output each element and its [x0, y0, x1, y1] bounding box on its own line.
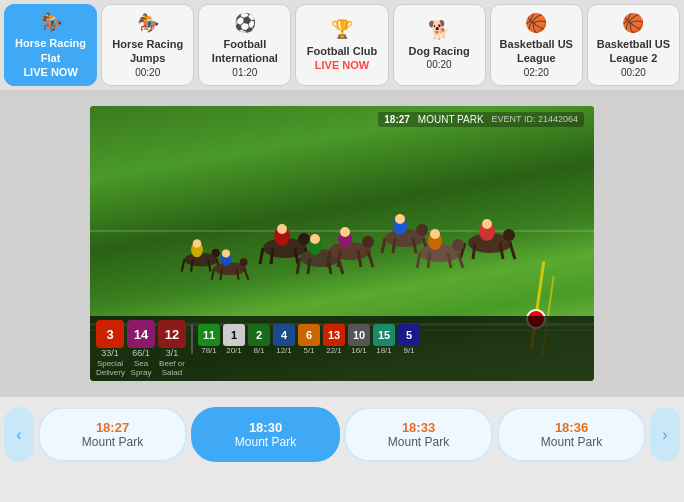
- nav-label-horse-flat: Horse Racing Flat: [13, 36, 88, 65]
- runner-11-odds: 78/1: [198, 346, 220, 355]
- horse-flat-icon: 🏇: [40, 11, 62, 34]
- svg-point-49: [211, 249, 220, 258]
- timeslot-3[interactable]: 18:36 Mount Park: [497, 407, 646, 462]
- runner-2-num: 2: [248, 324, 270, 346]
- nav-item-football-club[interactable]: 🏆 Football Club LIVE NOW: [295, 4, 388, 86]
- timeslot-0[interactable]: 18:27 Mount Park: [38, 407, 187, 462]
- runner-2-odds: 8/1: [248, 346, 270, 355]
- nav-live-horse-flat: LIVE NOW: [23, 65, 77, 79]
- scoreboard: 3 33/1 14 66/1 12 3/1 11 78/1: [90, 316, 594, 381]
- svg-point-9: [416, 224, 428, 236]
- video-venue: MOUNT PARK: [418, 114, 484, 125]
- runner-4-group: 4 12/1: [273, 324, 295, 355]
- svg-line-26: [260, 248, 263, 264]
- svg-line-10: [382, 238, 385, 253]
- runner-2-group: 2 8/1: [248, 324, 270, 355]
- nav-time-football-intl: 01:20: [232, 66, 257, 79]
- svg-line-5: [510, 243, 515, 259]
- nav-label-football-club: Football Club: [307, 44, 377, 58]
- runner-5-group: 5 9/1: [398, 324, 420, 355]
- video-time: 18:27: [384, 114, 410, 125]
- horses-svg: [110, 161, 570, 331]
- runner-13-num: 13: [323, 324, 345, 346]
- timeslot-0-venue: Mount Park: [82, 435, 143, 449]
- dog-racing-icon: 🐕: [428, 19, 450, 42]
- video-hud-top: 18:27 MOUNT PARK EVENT ID: 21442064: [378, 112, 584, 127]
- runner-1-num: 1: [223, 324, 245, 346]
- svg-line-19: [428, 253, 430, 268]
- runner-6-odds: 5/1: [298, 346, 320, 355]
- timeslot-0-time: 18:27: [96, 420, 129, 435]
- basketball-us-icon: 🏀: [525, 12, 547, 35]
- horse-14-group: 14 66/1: [127, 320, 155, 358]
- timeslot-3-venue: Mount Park: [541, 435, 602, 449]
- football-club-icon: 🏆: [331, 18, 353, 41]
- timeslot-2-venue: Mount Park: [388, 435, 449, 449]
- nav-label-dog-racing: Dog Racing: [409, 44, 470, 58]
- svg-point-23: [430, 229, 440, 239]
- runner-1-group: 1 20/1: [223, 324, 245, 355]
- svg-line-43: [338, 251, 340, 267]
- top-navigation: 🏇 Horse Racing Flat LIVE NOW 🏇 Horse Rac…: [0, 0, 684, 90]
- nav-live-football-club: LIVE NOW: [315, 58, 369, 72]
- svg-point-17: [452, 239, 464, 251]
- left-arrow-icon: ‹: [16, 426, 21, 444]
- score-numbers-row: 3 33/1 14 66/1 12 3/1 11 78/1: [96, 320, 588, 358]
- nav-label-basketball-us: Basketball US League: [499, 37, 574, 66]
- runner-15-odds: 18/1: [373, 346, 395, 355]
- svg-line-11: [393, 238, 395, 253]
- nav-item-dog-racing[interactable]: 🐕 Dog Racing 00:20: [393, 4, 486, 86]
- timeslot-2[interactable]: 18:33 Mount Park: [344, 407, 493, 462]
- horse-12-num: 12: [158, 320, 186, 348]
- nav-label-basketball-us2: Basketball US League 2: [596, 37, 671, 66]
- timeslot-1-venue: Mount Park: [235, 435, 296, 449]
- svg-point-25: [298, 233, 310, 245]
- svg-line-58: [212, 269, 214, 280]
- svg-line-27: [271, 248, 273, 264]
- svg-point-39: [310, 234, 320, 244]
- nav-label-horse-jumps: Horse Racing Jumps: [110, 37, 185, 66]
- nav-time-horse-jumps: 00:20: [135, 66, 160, 79]
- nav-item-horse-flat[interactable]: 🏇 Horse Racing Flat LIVE NOW: [4, 4, 97, 86]
- svg-point-55: [193, 240, 202, 249]
- runner-13-odds: 22/1: [323, 346, 345, 355]
- horse-12-odds: 3/1: [158, 348, 186, 358]
- horse-14-odds: 66/1: [127, 348, 155, 358]
- svg-line-50: [182, 260, 185, 272]
- runner-4-num: 4: [273, 324, 295, 346]
- svg-line-45: [368, 251, 373, 267]
- nav-item-football-intl[interactable]: ⚽ Football International 01:20: [198, 4, 291, 86]
- runner-1-odds: 20/1: [223, 346, 245, 355]
- runner-6-num: 6: [298, 324, 320, 346]
- svg-point-47: [340, 227, 350, 237]
- runner-10-odds: 16/1: [348, 346, 370, 355]
- runner-13-group: 13 22/1: [323, 324, 345, 355]
- svg-line-61: [244, 269, 248, 280]
- nav-time-basketball-us: 02:20: [524, 66, 549, 79]
- nav-time-dog-racing: 00:20: [427, 58, 452, 71]
- nav-item-basketball-us[interactable]: 🏀 Basketball US League 02:20: [490, 4, 583, 86]
- timeslot-2-time: 18:33: [402, 420, 435, 435]
- nav-time-basketball-us2: 00:20: [621, 66, 646, 79]
- svg-point-63: [222, 250, 230, 258]
- prev-slot-button[interactable]: ‹: [4, 407, 34, 462]
- timeslot-1[interactable]: 18:30 Mount Park: [191, 407, 340, 462]
- horse-12-name: Beef or Salad: [158, 359, 186, 377]
- svg-line-18: [417, 253, 420, 268]
- runner-5-num: 5: [398, 324, 420, 346]
- nav-item-horse-jumps[interactable]: 🏇 Horse Racing Jumps 00:20: [101, 4, 194, 86]
- svg-point-15: [395, 214, 405, 224]
- svg-line-3: [473, 243, 475, 259]
- right-arrow-icon: ›: [662, 426, 667, 444]
- nav-item-basketball-us2[interactable]: 🏀 Basketball US League 2 00:20: [587, 4, 680, 86]
- svg-point-31: [277, 224, 287, 234]
- video-player[interactable]: 18:27 MOUNT PARK EVENT ID: 21442064 3 33…: [90, 106, 594, 381]
- runner-10-group: 10 16/1: [348, 324, 370, 355]
- timeslot-3-time: 18:36: [555, 420, 588, 435]
- next-slot-button[interactable]: ›: [650, 407, 680, 462]
- horse-names-row: Special Delivery Sea Spray Beef or Salad: [96, 359, 588, 377]
- horse-3-num: 3: [96, 320, 124, 348]
- score-separator: [191, 324, 193, 354]
- nav-label-football-intl: Football International: [207, 37, 282, 66]
- runner-15-num: 15: [373, 324, 395, 346]
